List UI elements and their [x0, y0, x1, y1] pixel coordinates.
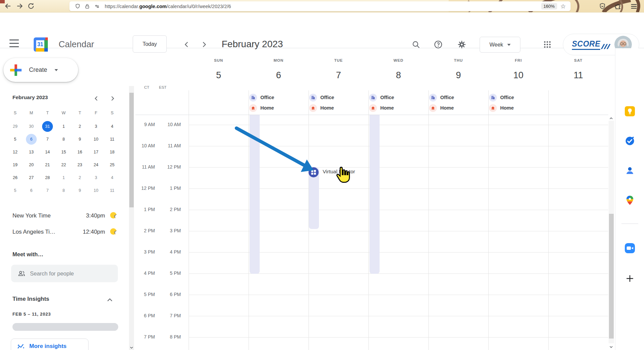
mini-calendar-day[interactable]: 23 — [72, 158, 88, 171]
day-number[interactable]: 8 — [368, 70, 428, 81]
mini-calendar-day[interactable]: 2 — [72, 171, 88, 184]
mini-calendar-day[interactable]: 4 — [104, 120, 120, 133]
day-number[interactable]: 9 — [428, 70, 488, 81]
mini-calendar-day[interactable]: 16 — [72, 146, 88, 158]
collapse-chevron-icon[interactable] — [106, 296, 114, 304]
mini-calendar-next-icon[interactable] — [109, 95, 116, 102]
sidebar-scroll-down-icon[interactable] — [129, 345, 134, 350]
mini-calendar-day[interactable]: 25 — [104, 158, 120, 171]
home-location-chip[interactable]: Home — [489, 104, 514, 112]
appointment-schedule-icon[interactable] — [309, 167, 319, 177]
appointment-availability-strip[interactable] — [250, 115, 260, 274]
mini-calendar-day[interactable]: 11 — [104, 184, 120, 197]
mini-calendar-day[interactable]: 1 — [56, 171, 72, 184]
browser-menu-icon[interactable] — [630, 3, 638, 10]
settings-gear-icon[interactable] — [457, 40, 466, 49]
mini-calendar-day[interactable]: 22 — [56, 158, 72, 171]
extensions-puzzle-icon[interactable] — [614, 2, 622, 10]
permissions-icon[interactable] — [94, 4, 100, 9]
today-button[interactable]: Today — [133, 35, 167, 53]
page-zoom-indicator[interactable]: 160% — [541, 3, 557, 9]
appointment-availability-strip[interactable] — [369, 115, 380, 274]
home-location-chip[interactable]: Home — [429, 104, 454, 112]
mini-calendar-day[interactable]: 21 — [39, 158, 56, 171]
home-location-chip[interactable]: Home — [369, 104, 394, 112]
create-button[interactable]: Create — [3, 58, 78, 82]
forward-button[interactable] — [15, 2, 24, 10]
maps-icon[interactable] — [625, 195, 635, 205]
mini-calendar-day[interactable]: 20 — [23, 158, 39, 171]
contacts-icon[interactable] — [625, 166, 635, 176]
search-people-box[interactable] — [11, 265, 118, 282]
mini-calendar-day[interactable]: 3 — [88, 171, 104, 184]
mini-calendar-day[interactable]: 31 — [39, 120, 56, 133]
office-location-chip[interactable]: Office — [489, 93, 514, 102]
office-location-chip[interactable]: Office — [369, 93, 394, 102]
mini-calendar-day[interactable]: 24 — [88, 158, 104, 171]
mini-calendar-day[interactable]: 11 — [104, 133, 120, 146]
lock-icon[interactable] — [85, 4, 90, 9]
help-icon[interactable] — [434, 40, 443, 49]
mini-calendar-day[interactable]: 6 — [23, 133, 39, 146]
home-location-chip[interactable]: Home — [249, 104, 274, 112]
mini-calendar-day[interactable]: 27 — [23, 171, 39, 184]
mini-calendar-day[interactable]: 30 — [23, 120, 39, 133]
view-selector[interactable]: Week — [480, 37, 520, 53]
mini-calendar-day[interactable]: 7 — [39, 133, 56, 146]
bookmark-star-icon[interactable]: ☆ — [560, 3, 566, 10]
office-location-chip[interactable]: Office — [309, 93, 334, 102]
account-shield-icon[interactable] — [599, 3, 606, 10]
refresh-button[interactable] — [27, 2, 35, 10]
day-number[interactable]: 5 — [189, 70, 249, 81]
office-location-chip[interactable]: Office — [429, 93, 454, 102]
mini-calendar-day[interactable]: 8 — [56, 184, 72, 197]
mini-calendar-day[interactable]: 8 — [56, 133, 72, 146]
next-week-icon[interactable] — [200, 40, 208, 49]
video-meeting-icon[interactable] — [625, 243, 635, 253]
mini-calendar-day[interactable]: 15 — [56, 146, 72, 158]
mini-calendar-day[interactable]: 13 — [23, 146, 39, 158]
mini-calendar-prev-icon[interactable] — [93, 95, 100, 102]
day-number[interactable]: 7 — [309, 70, 368, 81]
more-insights-button[interactable]: More insights — [11, 339, 89, 350]
get-addons-icon[interactable] — [625, 273, 635, 284]
calendar-scrollbar[interactable] — [609, 121, 614, 343]
tasks-icon[interactable] — [625, 136, 635, 146]
mini-calendar-day[interactable]: 5 — [7, 133, 23, 146]
mini-calendar-day[interactable]: 2 — [72, 120, 88, 133]
mini-calendar-day[interactable]: 12 — [7, 146, 23, 158]
event-title[interactable]: Virtual Mentor — [323, 169, 366, 175]
calendar-scrollbar-thumb[interactable] — [609, 214, 614, 339]
search-icon[interactable] — [412, 40, 420, 49]
mini-calendar-day[interactable]: 9 — [72, 133, 88, 146]
previous-week-icon[interactable] — [183, 40, 191, 49]
tracking-shield-icon[interactable] — [75, 3, 80, 9]
mini-calendar-day[interactable]: 18 — [104, 146, 120, 158]
mini-calendar-day[interactable]: 29 — [7, 120, 23, 133]
mini-calendar-day[interactable]: 14 — [39, 146, 56, 158]
search-people-input[interactable] — [30, 270, 97, 277]
day-number[interactable]: 10 — [488, 70, 548, 81]
mini-calendar-day[interactable]: 17 — [88, 146, 104, 158]
mini-calendar-day[interactable]: 19 — [7, 158, 23, 171]
mini-calendar-day[interactable]: 5 — [7, 184, 23, 197]
mini-calendar-day[interactable]: 7 — [39, 184, 56, 197]
mini-calendar-day[interactable]: 3 — [88, 120, 104, 133]
mini-calendar-day[interactable]: 26 — [7, 171, 23, 184]
back-button[interactable] — [4, 2, 12, 10]
office-location-chip[interactable]: Office — [249, 93, 274, 102]
home-location-chip[interactable]: Home — [309, 104, 334, 112]
calendar-scroll-up-icon[interactable] — [609, 116, 614, 121]
url-text[interactable]: https://calendar.google.com/calendar/u/0… — [105, 4, 231, 9]
google-apps-grid-icon[interactable] — [543, 40, 552, 49]
calendar-scroll-down-icon[interactable] — [609, 345, 614, 349]
mini-calendar-day[interactable]: 6 — [23, 184, 39, 197]
day-number[interactable]: 6 — [249, 70, 309, 81]
main-menu-icon[interactable] — [9, 39, 22, 50]
day-number[interactable]: 11 — [548, 70, 608, 81]
mini-calendar-day[interactable]: 1 — [56, 120, 72, 133]
mini-calendar-day[interactable]: 10 — [88, 133, 104, 146]
mini-calendar-day[interactable]: 9 — [72, 184, 88, 197]
mini-calendar-day[interactable]: 10 — [88, 184, 104, 197]
keep-icon[interactable] — [625, 106, 635, 116]
